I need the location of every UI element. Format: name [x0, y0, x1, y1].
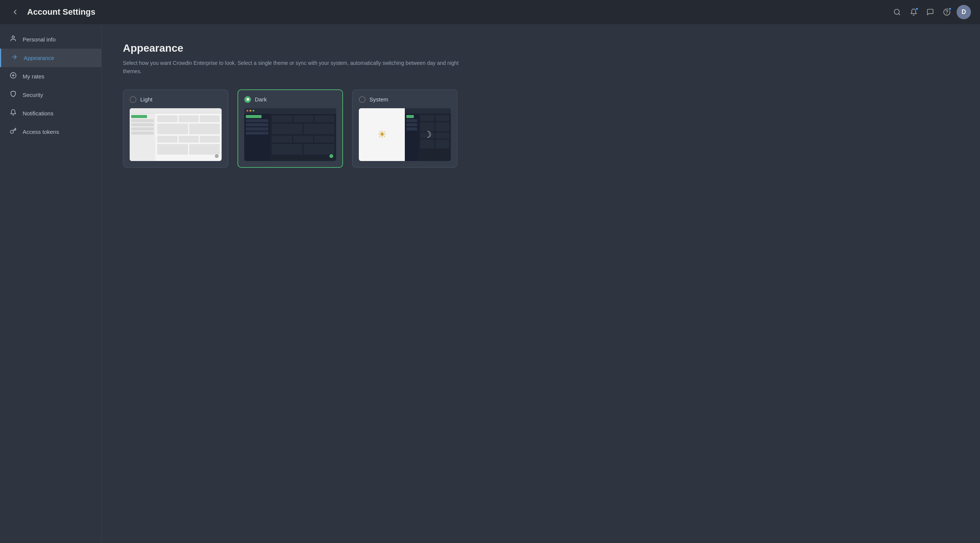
topbar: Account Settings	[0, 0, 980, 24]
theme-radio-system	[359, 96, 366, 103]
sidebar-label-appearance: Appearance	[24, 55, 54, 61]
svg-line-1	[899, 14, 900, 15]
theme-card-light[interactable]: Light	[123, 89, 228, 168]
theme-card-dark[interactable]: Dark	[237, 89, 343, 168]
theme-radio-light	[130, 96, 137, 103]
theme-cards: Light	[123, 89, 959, 168]
sidebar: Personal info Appearance	[0, 24, 102, 543]
messages-button[interactable]	[923, 5, 937, 19]
notifications-button[interactable]	[907, 5, 920, 19]
theme-card-light-header: Light	[130, 96, 222, 103]
sidebar-label-security: Security	[22, 92, 43, 98]
system-preview: ☀	[359, 108, 451, 161]
palette-icon	[10, 54, 19, 62]
content-description: Select how you want Crowdin Enterprise t…	[123, 59, 462, 76]
sidebar-item-my-rates[interactable]: My rates	[0, 67, 102, 86]
sun-icon: ☀	[377, 128, 387, 141]
sidebar-label-notifications: Notifications	[22, 110, 54, 116]
light-preview	[130, 108, 222, 161]
system-dark-half: ☽	[405, 108, 451, 161]
theme-card-system[interactable]: System ☀	[352, 89, 458, 168]
content-area: Appearance Select how you want Crowdin E…	[102, 24, 980, 543]
theme-label-system: System	[369, 96, 388, 103]
dollar-icon	[9, 72, 18, 81]
theme-label-light: Light	[140, 96, 153, 103]
svg-point-4	[12, 36, 14, 38]
key-icon	[9, 127, 18, 136]
moon-icon: ☽	[424, 129, 432, 140]
sidebar-item-personal-info[interactable]: Personal info	[0, 30, 102, 49]
dark-preview	[244, 108, 336, 161]
sidebar-label-my-rates: My rates	[22, 73, 45, 80]
page-title: Account Settings	[27, 7, 95, 17]
content-title: Appearance	[123, 42, 959, 54]
bell-icon	[9, 109, 18, 118]
person-icon	[9, 35, 18, 44]
sidebar-item-access-tokens[interactable]: Access tokens	[0, 123, 102, 141]
notifications-badge	[915, 7, 919, 11]
dark-selected-indicator	[329, 154, 333, 158]
sidebar-item-notifications[interactable]: Notifications	[0, 104, 102, 123]
theme-card-system-header: System	[359, 96, 451, 103]
shield-icon	[9, 91, 18, 99]
sidebar-item-appearance[interactable]: Appearance	[0, 49, 102, 67]
search-button[interactable]	[890, 5, 904, 19]
avatar[interactable]: D	[957, 5, 971, 19]
sidebar-item-security[interactable]: Security	[0, 86, 102, 104]
help-button[interactable]	[940, 5, 954, 19]
sidebar-label-access-tokens: Access tokens	[22, 129, 59, 135]
theme-card-dark-header: Dark	[244, 96, 336, 103]
help-badge	[948, 7, 952, 11]
theme-radio-dark	[244, 96, 251, 103]
back-button[interactable]	[9, 6, 21, 18]
sidebar-label-personal-info: Personal info	[22, 36, 56, 43]
theme-label-dark: Dark	[255, 96, 267, 103]
